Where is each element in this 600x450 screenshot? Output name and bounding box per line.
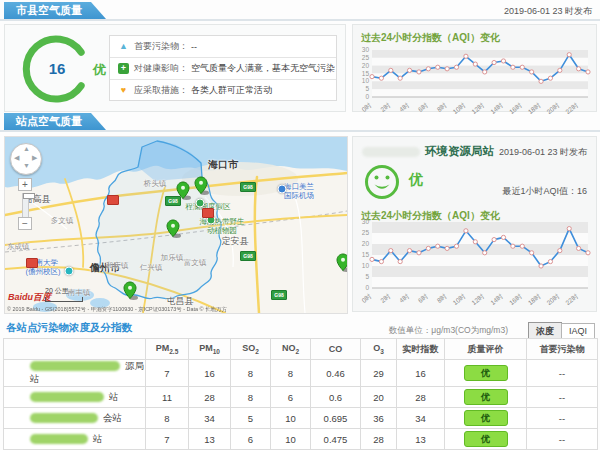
air-quality-dashboard: 市县空气质量 2019-06-01 23 时发布 16 优 ▲ 首要污染物： -… [0,0,600,450]
map-scale-bar [45,297,83,302]
publish-date: 2019-06-01 23 时发布 [504,5,592,18]
table-row: 站7136100.4752813优-- [4,429,598,450]
value-cell: 0.695 [311,408,361,429]
value-cell: 10 [271,429,311,450]
pan-down-icon[interactable]: ▼ [23,162,30,169]
svg-text:10时: 10时 [451,292,467,305]
road-shield [26,258,38,268]
divider [0,130,600,132]
svg-text:0时: 0时 [360,101,373,113]
city-aqi-chart-panel: 过去24小时分指数（AQI）变化 0510152025300时2时4时6时8时1… [352,24,597,112]
info-label: 对健康影响： [134,62,188,75]
pan-up-icon[interactable]: ▲ [23,145,30,152]
svg-text:18时: 18时 [527,292,543,305]
tab-station-air-quality[interactable]: 站点空气质量 [4,113,106,130]
smiley-face-icon [363,163,401,201]
svg-text:18时: 18时 [527,101,543,114]
station-name-redaction [30,361,120,371]
zoom-out-button[interactable]: − [18,217,32,230]
table-row: 站1128860.62028优-- [4,387,598,408]
station-name-suffix: 站 [109,391,119,402]
unit-note: 数值单位：μg/m3(CO为mg/m3) [389,325,508,337]
road-shield: G98 [271,290,287,300]
info-value: 空气质量令人满意，基本无空气污染 [191,62,335,75]
table-row: 源局站716880.462916优-- [4,360,598,387]
value-cell: 8 [146,408,189,429]
primary-pollutant-cell: -- [527,429,598,450]
svg-text:2时: 2时 [379,292,392,304]
table-header-cell: PM10 [189,339,231,360]
value-cell: 0.6 [311,387,361,408]
info-value: -- [191,42,197,52]
map-zoom-control: + − [18,178,32,230]
zoom-handle[interactable] [23,193,35,199]
pan-right-icon[interactable]: ▶ [32,154,37,162]
station-marker-icon[interactable] [123,281,139,301]
zoom-in-button[interactable]: + [18,178,32,191]
map-label: 海口市 [208,159,238,171]
svg-text:6时: 6时 [417,101,430,113]
svg-text:2时: 2时 [379,101,392,113]
value-cell: 8 [231,360,271,387]
value-cell: 28 [189,387,231,408]
map-label: 多文镇 [51,217,74,226]
pollutant-icon: ▲ [118,41,129,52]
value-cell: 13 [189,429,231,450]
toggle-IAQI[interactable]: IAQI [561,323,595,339]
pollutant-table-body: 源局站716880.462916优--站1128860.62028优--会站83… [4,360,598,450]
map-label: 儋州市 [90,262,120,274]
poi-icon [196,199,205,208]
svg-text:8时: 8时 [435,292,448,304]
value-cell: 10 [271,408,311,429]
station-marker-icon[interactable] [336,253,348,273]
station-marker-icon[interactable] [194,176,210,196]
svg-text:16时: 16时 [508,292,524,305]
station-name-cell: 会站 [4,408,146,429]
svg-text:0: 0 [365,284,369,291]
map-canvas[interactable]: 海口市儋州市临高县定安县屯昌县桥头镇多文镇东成镇和庆镇仁兴镇加乐镇富文镇南丰镇海… [4,136,348,314]
value-cell: 28 [361,429,397,450]
aqi-summary-panel: 16 优 ▲ 首要污染物： -- + 对健康影响： 空气质量令人满意，基本无空气… [4,24,346,112]
heart-icon: ♥ [118,85,129,96]
health-icon: + [118,63,129,74]
station-name-cell: 站 [4,387,146,408]
value-cell: 8 [231,387,271,408]
svg-text:4时: 4时 [398,101,411,113]
value-cell: 0.46 [311,360,361,387]
value-cell: 34 [397,408,445,429]
zoom-track[interactable] [22,193,29,217]
info-row-health-effect: + 对健康影响： 空气质量令人满意，基本无空气污染 [110,58,336,80]
table-header-cell: SO2 [231,339,271,360]
svg-text:12时: 12时 [470,101,486,114]
value-cell: 16 [397,360,445,387]
grade-badge: 优 [464,410,508,426]
map-scale: 20 公里 [45,286,83,302]
svg-text:10: 10 [362,77,370,84]
road-shield [202,208,214,218]
value-cell: 6 [231,429,271,450]
map-pan-control[interactable]: ▲ ▼ ◀ ▶ [10,143,42,175]
pan-left-icon[interactable]: ◀ [14,154,19,162]
station-marker-icon[interactable] [166,219,182,239]
svg-text:30: 30 [362,46,370,53]
svg-text:15: 15 [362,251,370,258]
station-name-cell: 站 [4,429,146,450]
aqi-gauge: 16 [13,29,101,107]
table-header-cell: PM2.5 [146,339,189,360]
map-label: 加乐镇 [161,254,184,263]
value-cell: 0.475 [311,429,361,450]
svg-text:25: 25 [362,229,370,236]
grade-badge: 优 [464,431,508,447]
svg-text:20时: 20时 [545,101,561,114]
table-header-cell: CO [311,339,361,360]
value-cell: 20 [361,387,397,408]
map-label: 仁兴镇 [140,264,163,273]
station-marker-icon[interactable] [176,181,192,201]
poi-icon [65,267,74,276]
map-label: 定安县 [222,236,249,246]
pollutant-section-title: 各站点污染物浓度及分指数 [6,321,132,335]
tab-city-air-quality[interactable]: 市县空气质量 [4,2,106,19]
road-shield: G98 [240,182,256,192]
svg-text:5: 5 [365,273,369,280]
table-header-cell: O3 [361,339,397,360]
